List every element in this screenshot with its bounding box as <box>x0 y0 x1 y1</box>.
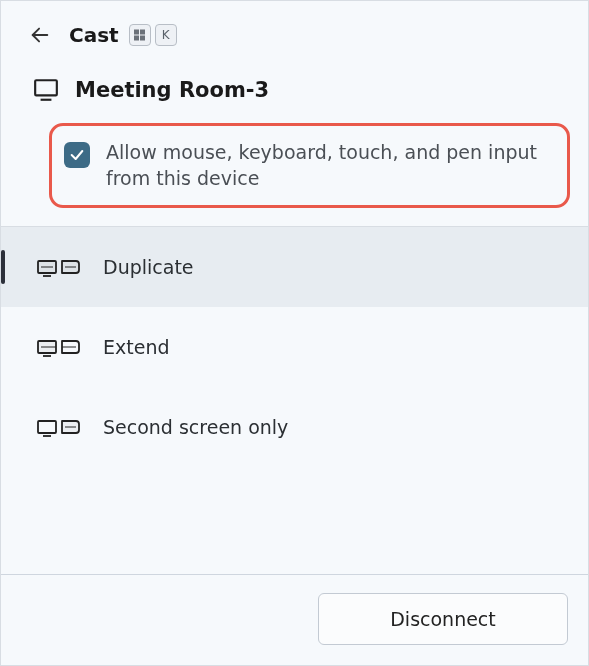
mode-extend[interactable]: Extend <box>1 307 588 387</box>
k-key: K <box>155 24 177 46</box>
duplicate-icon <box>37 255 81 279</box>
title-row: Cast K <box>69 23 177 47</box>
panel-title: Cast <box>69 23 119 47</box>
win-key-icon <box>129 24 151 46</box>
footer: Disconnect <box>1 574 588 665</box>
checkbox-icon[interactable] <box>64 142 90 168</box>
mode-duplicate[interactable]: Duplicate <box>1 227 588 307</box>
mode-label: Second screen only <box>103 416 288 438</box>
device-name: Meeting Room-3 <box>75 78 269 102</box>
svg-rect-15 <box>38 421 56 433</box>
allow-input-option[interactable]: Allow mouse, keyboard, touch, and pen in… <box>49 123 570 208</box>
back-arrow-icon[interactable] <box>29 24 51 46</box>
mode-second-screen-only[interactable]: Second screen only <box>1 387 588 467</box>
shortcut-hint: K <box>129 24 177 46</box>
svg-rect-3 <box>134 36 139 41</box>
svg-rect-5 <box>35 80 57 95</box>
disconnect-button[interactable]: Disconnect <box>318 593 568 645</box>
allow-input-label: Allow mouse, keyboard, touch, and pen in… <box>106 140 553 191</box>
mode-label: Extend <box>103 336 170 358</box>
svg-rect-4 <box>140 36 145 41</box>
selection-indicator <box>1 250 5 284</box>
projection-mode-list: Duplicate Extend <box>1 226 588 467</box>
cast-panel: Cast K Meeting Room-3 <box>0 0 589 666</box>
svg-rect-2 <box>140 30 145 35</box>
second-screen-only-icon <box>37 415 81 439</box>
mode-label: Duplicate <box>103 256 194 278</box>
extend-icon <box>37 335 81 359</box>
monitor-icon <box>33 77 59 103</box>
connected-device-row: Meeting Room-3 <box>1 57 588 111</box>
svg-rect-1 <box>134 30 139 35</box>
header: Cast K <box>1 1 588 57</box>
